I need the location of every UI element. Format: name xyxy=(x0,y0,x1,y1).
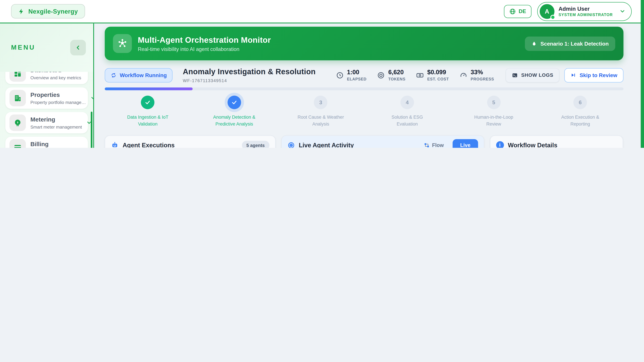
top-header: Nexgile-Synergy DE A Admin User SYSTEM A… xyxy=(0,0,644,23)
step-check-icon xyxy=(228,96,241,109)
workflow-progress-bar xyxy=(104,87,623,90)
menu-label: MENU xyxy=(11,44,36,51)
workflow-details-panel: i Workflow Details Priority HIGH SENSOR … xyxy=(490,135,623,148)
scenario-badge[interactable]: Scenario 1: Leak Detection xyxy=(525,36,615,51)
agents-count-badge: 5 agents xyxy=(242,141,269,148)
flow-icon xyxy=(424,142,430,148)
workflow-running-badge: Workflow Running xyxy=(104,68,172,82)
show-logs-button[interactable]: SHOW LOGS xyxy=(506,68,560,82)
sidebar-item-billing[interactable]: BillingInvoice and payment mana… xyxy=(5,137,88,148)
spinner-icon xyxy=(110,72,116,78)
language-code: DE xyxy=(518,8,526,14)
token-icon xyxy=(377,71,385,79)
step-4[interactable]: 4 Solution & ESG Evaluation xyxy=(364,96,450,128)
droplet-icon xyxy=(532,41,537,46)
target-icon xyxy=(287,141,295,148)
orchestration-icon xyxy=(113,34,132,53)
page-banner: Multi-Agent Orchestration Monitor Real-t… xyxy=(104,27,623,60)
dashboard-icon xyxy=(10,72,26,82)
sidebar-collapse-button[interactable] xyxy=(70,40,86,55)
user-name: Admin User xyxy=(558,5,613,12)
page-scrollbar[interactable] xyxy=(641,0,644,148)
step-number: 3 xyxy=(314,96,328,109)
stat-tokens: 6,620TOKENS xyxy=(377,69,406,81)
meter-icon xyxy=(10,114,26,131)
workflow-steps: Data Ingestion & IoT Validation Anomaly … xyxy=(104,96,623,128)
step-3[interactable]: 3 Root Cause & Weather Analysis xyxy=(278,96,364,128)
step-number: 5 xyxy=(487,96,500,109)
language-switcher[interactable]: DE xyxy=(504,5,531,18)
flow-toggle[interactable]: Flow xyxy=(424,142,444,148)
step-1[interactable]: Data Ingestion & IoT Validation xyxy=(104,96,191,128)
bolt-icon xyxy=(18,8,25,14)
step-2[interactable]: Anomaly Detection & Predictive Analysis xyxy=(191,96,278,128)
skip-to-review-button[interactable]: Skip to Review xyxy=(564,68,624,82)
chevron-left-icon xyxy=(75,44,81,51)
sidebar-item-dashboard[interactable]: DashboardOverview and key metrics xyxy=(5,72,88,84)
app: Nexgile-Synergy DE A Admin User SYSTEM A… xyxy=(0,0,644,148)
sidebar-item-metering[interactable]: MeteringSmart meter management xyxy=(5,112,88,133)
stat-progress: 33%PROGRESS xyxy=(460,69,494,81)
brand-logo[interactable]: Nexgile-Synergy xyxy=(11,4,85,18)
user-menu[interactable]: A Admin User SYSTEM ADMINISTRATOR xyxy=(537,2,632,21)
user-role: SYSTEM ADMINISTRATOR xyxy=(558,12,613,17)
robot-icon xyxy=(111,141,118,148)
chevron-down-icon xyxy=(90,95,93,101)
step-number: 6 xyxy=(574,96,587,109)
avatar: A xyxy=(540,4,554,18)
step-check-icon xyxy=(141,96,155,109)
step-5[interactable]: 5 Human-in-the-Loop Review xyxy=(450,96,537,128)
credit-card-icon xyxy=(10,139,26,148)
globe-icon xyxy=(509,8,516,14)
page-title: Multi-Agent Orchestration Monitor xyxy=(138,35,271,44)
step-number: 4 xyxy=(400,96,414,109)
sidebar-scrollbar[interactable] xyxy=(90,112,92,148)
step-6[interactable]: 6 Action Execution & Reporting xyxy=(537,96,624,128)
gauge-icon xyxy=(460,71,468,79)
agent-executions-panel: Agent Executions 5 agents Orchestrator C… xyxy=(104,135,276,148)
live-toggle[interactable]: Live xyxy=(453,139,478,148)
info-icon: i xyxy=(496,141,504,148)
banknote-icon xyxy=(416,71,424,79)
brand-name: Nexgile-Synergy xyxy=(28,8,78,15)
chevron-down-icon xyxy=(92,144,93,148)
online-status-dot xyxy=(550,14,555,19)
panel-title: Workflow Details xyxy=(508,142,557,148)
building-icon xyxy=(10,90,26,106)
stat-elapsed: 1:00ELAPSED xyxy=(336,69,366,81)
sidebar-header: MENU xyxy=(0,23,93,72)
progress-fill xyxy=(104,87,193,90)
chevron-down-icon xyxy=(619,8,626,14)
workflow-id: WF-1767113349514 xyxy=(183,78,316,83)
clock-icon xyxy=(336,71,344,79)
sidebar-menu: DashboardOverview and key metrics Proper… xyxy=(0,72,93,148)
panel-title: Agent Executions xyxy=(122,142,174,148)
terminal-icon xyxy=(512,72,518,78)
panel-title: Live Agent Activity xyxy=(299,142,354,148)
main-content: Multi-Agent Orchestration Monitor Real-t… xyxy=(95,23,644,148)
sidebar: MENU DashboardOverview and key metrics P… xyxy=(0,23,94,148)
page-subtitle: Real-time visibility into AI agent colla… xyxy=(138,46,271,52)
workflow-status-row: Workflow Running Anomaly Investigation &… xyxy=(104,67,623,83)
skip-forward-icon xyxy=(570,72,576,78)
workflow-stats: 1:00ELAPSED 6,620TOKENS $0.099EST. COST … xyxy=(336,69,494,81)
workflow-title: Anomaly Investigation & Resolution xyxy=(183,67,316,76)
live-agent-activity-panel: Live Agent Activity Flow Live @ Anomaly … xyxy=(281,135,484,148)
sidebar-item-properties[interactable]: PropertiesProperty portfolio manage… xyxy=(5,87,88,109)
stat-cost: $0.099EST. COST xyxy=(416,69,449,81)
